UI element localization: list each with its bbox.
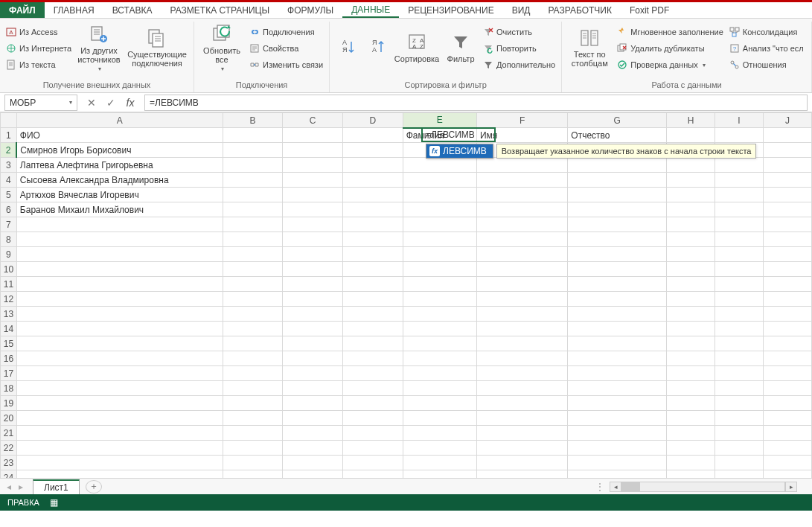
tab-review[interactable]: РЕЦЕНЗИРОВАНИЕ (399, 2, 502, 18)
row-header-22[interactable]: 22 (1, 441, 17, 456)
cell-B7[interactable] (223, 217, 283, 232)
cell-C19[interactable] (283, 396, 343, 411)
flash-fill-button[interactable]: Мгновенное заполнение (616, 25, 725, 39)
cell-C3[interactable] (283, 158, 343, 173)
cell-H3[interactable] (667, 158, 715, 173)
row-header-14[interactable]: 14 (1, 322, 17, 336)
cell-A24[interactable] (16, 470, 223, 479)
cell-F22[interactable] (476, 441, 567, 456)
cell-G23[interactable] (568, 456, 667, 470)
cell-F14[interactable] (476, 322, 567, 336)
cell-A6[interactable]: Баранов Михаил Михайлович (16, 202, 223, 217)
cell-B22[interactable] (223, 441, 283, 456)
cell-G1[interactable]: Отчество (568, 128, 667, 143)
cell-H8[interactable] (667, 232, 715, 247)
row-header-21[interactable]: 21 (1, 426, 17, 441)
cell-H9[interactable] (667, 247, 715, 262)
cell-D20[interactable] (343, 411, 403, 426)
cell-B1[interactable] (223, 128, 283, 143)
cell-J4[interactable] (763, 173, 811, 188)
cell-E6[interactable] (403, 202, 476, 217)
cell-D17[interactable] (343, 366, 403, 381)
cell-I21[interactable] (715, 426, 764, 441)
column-header-E[interactable]: E (403, 113, 476, 128)
cell-H5[interactable] (667, 188, 715, 202)
cell-I1[interactable] (715, 128, 764, 143)
cell-B4[interactable] (223, 173, 283, 188)
cell-D23[interactable] (343, 456, 403, 470)
tab-foxit-pdf[interactable]: Foxit PDF (621, 2, 678, 18)
cell-J20[interactable] (763, 411, 811, 426)
cell-D3[interactable] (343, 158, 403, 173)
cell-C15[interactable] (283, 336, 343, 351)
cell-J24[interactable] (763, 470, 811, 479)
text-to-columns-button[interactable]: Текст по столбцам (566, 22, 613, 74)
cell-C24[interactable] (283, 470, 343, 479)
cell-B3[interactable] (223, 158, 283, 173)
cell-F13[interactable] (476, 307, 567, 322)
cell-I18[interactable] (715, 381, 764, 396)
cell-B6[interactable] (223, 202, 283, 217)
cell-D19[interactable] (343, 396, 403, 411)
cell-A13[interactable] (16, 307, 223, 322)
refresh-all-button[interactable]: Обновить все ▾ (199, 22, 245, 74)
cell-I23[interactable] (715, 456, 764, 470)
cell-E19[interactable] (403, 396, 476, 411)
tab-home[interactable]: ГЛАВНАЯ (45, 2, 103, 18)
cell-F7[interactable] (476, 217, 567, 232)
accept-formula-button[interactable]: ✓ (101, 95, 121, 111)
clear-filter-button[interactable]: Очистить (482, 25, 557, 39)
tab-data[interactable]: ДАННЫЕ (342, 2, 399, 18)
cell-G24[interactable] (568, 470, 667, 479)
cell-I3[interactable] (715, 158, 764, 173)
cell-G20[interactable] (568, 411, 667, 426)
cell-B11[interactable] (223, 277, 283, 292)
cell-F12[interactable] (476, 292, 567, 307)
cell-A14[interactable] (16, 322, 223, 336)
cell-H11[interactable] (667, 277, 715, 292)
cell-A8[interactable] (16, 232, 223, 247)
cell-J9[interactable] (763, 247, 811, 262)
cell-C21[interactable] (283, 426, 343, 441)
cell-E8[interactable] (403, 232, 476, 247)
row-header-17[interactable]: 17 (1, 366, 17, 381)
cell-E14[interactable] (403, 322, 476, 336)
cell-H15[interactable] (667, 336, 715, 351)
advanced-filter-button[interactable]: Дополнительно (482, 57, 557, 72)
cell-F15[interactable] (476, 336, 567, 351)
cell-C1[interactable] (283, 128, 343, 143)
cell-G14[interactable] (568, 322, 667, 336)
cell-C2[interactable] (283, 143, 343, 158)
row-header-19[interactable]: 19 (1, 396, 17, 411)
cell-H13[interactable] (667, 307, 715, 322)
cell-E24[interactable] (403, 470, 476, 479)
cell-E20[interactable] (403, 411, 476, 426)
cell-C23[interactable] (283, 456, 343, 470)
cell-D1[interactable] (343, 128, 403, 143)
cell-D14[interactable] (343, 322, 403, 336)
row-header-11[interactable]: 11 (1, 277, 17, 292)
row-header-5[interactable]: 5 (1, 188, 17, 202)
select-all-corner[interactable] (1, 113, 17, 128)
cell-B10[interactable] (223, 262, 283, 277)
cell-G10[interactable] (568, 262, 667, 277)
hscroll-right-button[interactable]: ▸ (785, 482, 797, 492)
cell-H23[interactable] (667, 456, 715, 470)
cell-C14[interactable] (283, 322, 343, 336)
row-header-12[interactable]: 12 (1, 292, 17, 307)
cell-A9[interactable] (16, 247, 223, 262)
cell-E16[interactable] (403, 351, 476, 366)
cell-G7[interactable] (568, 217, 667, 232)
cell-H1[interactable] (667, 128, 715, 143)
cell-C10[interactable] (283, 262, 343, 277)
cell-I10[interactable] (715, 262, 764, 277)
new-sheet-button[interactable]: ＋ (86, 480, 102, 494)
tab-view[interactable]: ВИД (503, 2, 540, 18)
cell-A2[interactable]: Смирнов Игорь Борисович (16, 143, 223, 158)
other-sources-button[interactable]: Из других источников ▾ (76, 22, 122, 74)
cell-A1[interactable]: ФИО (16, 128, 223, 143)
cell-E21[interactable] (403, 426, 476, 441)
cell-I4[interactable] (715, 173, 764, 188)
from-web-button[interactable]: Из Интернета (4, 41, 73, 56)
cell-G5[interactable] (568, 188, 667, 202)
